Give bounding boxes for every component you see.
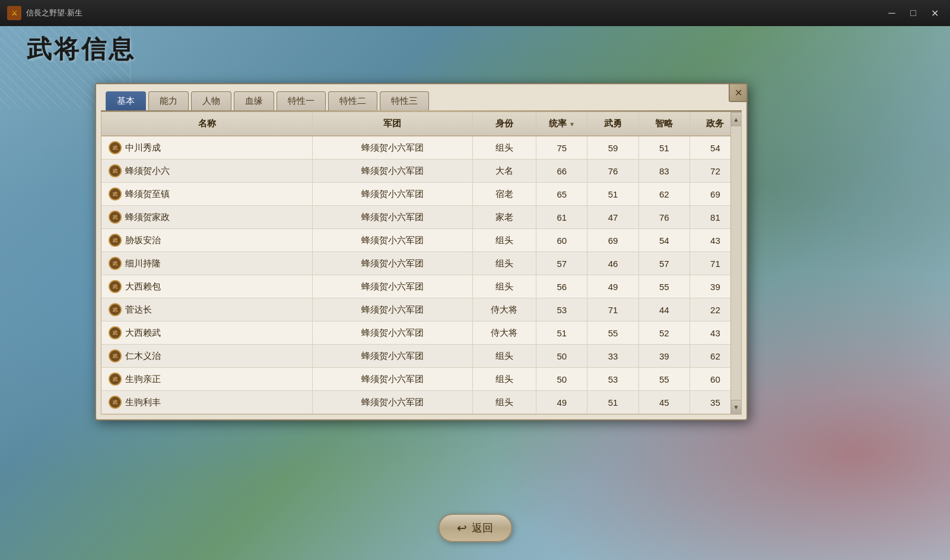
cell-name: 武生驹亲正 (101, 368, 313, 390)
cell-army: 蜂须贺小六军团 (313, 136, 472, 160)
general-icon: 武 (109, 303, 122, 316)
table-row[interactable]: 武大西赖包蜂须贺小六军团组头56495539 (101, 275, 741, 298)
cell-wisdom: 83 (638, 160, 690, 183)
cell-bravery: 33 (587, 345, 638, 368)
table-row[interactable]: 武生驹亲正蜂须贺小六军团组头50535560 (101, 368, 741, 391)
table-row[interactable]: 武大西赖武蜂须贺小六军团侍大将51555243 (101, 322, 741, 345)
cell-rank: 侍大将 (472, 298, 536, 322)
cell-army: 蜂须贺小六军团 (313, 391, 472, 414)
cell-rank: 组头 (472, 368, 536, 391)
tab-trait2[interactable]: 特性二 (328, 91, 377, 110)
col-header-name: 名称 (101, 112, 313, 136)
cell-army: 蜂须贺小六军团 (313, 368, 472, 391)
cell-name: 武蜂须贺小六 (101, 160, 313, 182)
col-header-command[interactable]: 统率 ▼ (536, 112, 587, 136)
tab-trait3[interactable]: 特性三 (380, 91, 429, 110)
cell-bravery: 76 (587, 160, 638, 183)
return-icon: ↩ (457, 521, 467, 535)
col-header-bravery[interactable]: 武勇 (587, 112, 638, 136)
cell-command: 51 (536, 322, 587, 345)
cell-name: 武蜂须贺家政 (101, 206, 313, 228)
cell-bravery: 46 (587, 252, 638, 275)
cell-rank: 侍大将 (472, 322, 536, 345)
tab-trait1[interactable]: 特性一 (277, 91, 326, 110)
tab-ability[interactable]: 能力 (148, 91, 189, 110)
table-row[interactable]: 武生驹利丰蜂须贺小六军团组头49514535 (101, 391, 741, 414)
cell-command: 61 (536, 206, 587, 229)
cell-command: 50 (536, 368, 587, 391)
cell-command: 66 (536, 160, 587, 183)
general-icon: 武 (109, 234, 122, 247)
cell-army: 蜂须贺小六军团 (313, 298, 472, 322)
scroll-up-button[interactable]: ▲ (731, 112, 742, 126)
cell-rank: 组头 (472, 275, 536, 298)
table-row[interactable]: 武胁坂安治蜂须贺小六军团组头60695443 (101, 229, 741, 252)
cell-command: 57 (536, 252, 587, 275)
cell-wisdom: 55 (638, 275, 690, 298)
cell-bravery: 55 (587, 322, 638, 345)
table-row[interactable]: 武菅达长蜂须贺小六军团侍大将53714422 (101, 298, 741, 322)
return-button[interactable]: ↩ 返回 (438, 514, 512, 542)
table-row[interactable]: 武细川持隆蜂须贺小六军团组头57465771 (101, 252, 741, 275)
cell-name: 武生驹利丰 (101, 391, 313, 413)
cell-army: 蜂须贺小六军团 (313, 345, 472, 368)
window-controls: ─ □ ✕ (884, 5, 943, 21)
cell-army: 蜂须贺小六军团 (313, 322, 472, 345)
cell-bravery: 49 (587, 275, 638, 298)
window-title: 信長之野望·新生 (26, 8, 884, 18)
cell-rank: 组头 (472, 229, 536, 252)
cell-name: 武蜂须贺至镇 (101, 183, 313, 205)
cell-rank: 组头 (472, 391, 536, 414)
dialog-panel: ✕ 基本 能力 人物 血缘 特性一 特性二 特性三 名称 军团 身份 统率 ▼ … (95, 83, 748, 421)
general-icon: 武 (109, 280, 122, 293)
col-header-army: 军团 (313, 112, 472, 136)
cell-army: 蜂须贺小六军团 (313, 275, 472, 298)
window-titlebar: ⚔ 信長之野望·新生 ─ □ ✕ (0, 0, 950, 26)
table-row[interactable]: 武蜂须贺家政蜂须贺小六军团家老61477681 (101, 206, 741, 229)
general-icon: 武 (109, 164, 122, 177)
cell-wisdom: 76 (638, 206, 690, 229)
cell-name: 武菅达长 (101, 298, 313, 321)
cell-army: 蜂须贺小六军团 (313, 229, 472, 252)
tab-basic[interactable]: 基本 (106, 91, 146, 110)
tab-bloodline[interactable]: 血缘 (234, 91, 274, 110)
cell-command: 56 (536, 275, 587, 298)
cell-bravery: 69 (587, 229, 638, 252)
cell-army: 蜂须贺小六军团 (313, 252, 472, 275)
close-button[interactable]: ✕ (926, 5, 943, 21)
table-header-row: 名称 军团 身份 统率 ▼ 武勇 智略 政务 (101, 112, 741, 136)
cell-wisdom: 57 (638, 252, 690, 275)
cell-name: 武细川持隆 (101, 252, 313, 275)
general-icon: 武 (109, 211, 122, 224)
dialog-close-button[interactable]: ✕ (729, 83, 748, 102)
cell-name: 武中川秀成 (101, 136, 313, 159)
cell-bravery: 53 (587, 368, 638, 391)
cell-wisdom: 62 (638, 183, 690, 206)
cell-name: 武仁木义治 (101, 345, 313, 367)
cell-wisdom: 39 (638, 345, 690, 368)
cell-wisdom: 45 (638, 391, 690, 414)
cell-rank: 组头 (472, 136, 536, 160)
cell-command: 75 (536, 136, 587, 160)
maximize-button[interactable]: □ (905, 5, 922, 21)
table-row[interactable]: 武蜂须贺至镇蜂须贺小六军团宿老65516269 (101, 183, 741, 206)
tab-person[interactable]: 人物 (191, 91, 231, 110)
cell-name: 武大西赖武 (101, 322, 313, 344)
return-label: 返回 (472, 521, 493, 535)
minimize-button[interactable]: ─ (884, 5, 900, 21)
cell-command: 50 (536, 345, 587, 368)
col-header-wisdom[interactable]: 智略 (638, 112, 690, 136)
generals-table: 名称 军团 身份 统率 ▼ 武勇 智略 政务 武中川秀成蜂须贺小六军团组头755… (101, 112, 741, 414)
table-row[interactable]: 武蜂须贺小六蜂须贺小六军团大名66768372 (101, 160, 741, 183)
scrollbar[interactable]: ▲ ▼ (730, 112, 741, 414)
general-icon: 武 (109, 373, 122, 386)
table-row[interactable]: 武中川秀成蜂须贺小六军团组头75595154 (101, 136, 741, 160)
scroll-down-button[interactable]: ▼ (731, 400, 742, 414)
cell-army: 蜂须贺小六军团 (313, 206, 472, 229)
cell-wisdom: 55 (638, 368, 690, 391)
general-icon: 武 (109, 187, 122, 201)
tabs-bar: 基本 能力 人物 血缘 特性一 特性二 特性三 (96, 84, 746, 110)
cell-bravery: 59 (587, 136, 638, 160)
table-row[interactable]: 武仁木义治蜂须贺小六军团组头50333962 (101, 345, 741, 368)
cell-rank: 家老 (472, 206, 536, 229)
